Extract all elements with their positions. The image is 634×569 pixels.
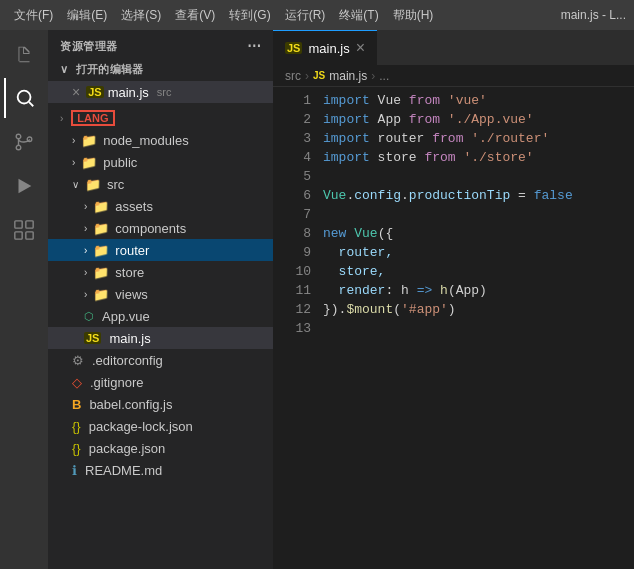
code-line: import Vue from 'vue' [323, 91, 634, 110]
folder-store[interactable]: › 📁 store [48, 261, 273, 283]
lang-badge: LANG [71, 110, 114, 126]
folder-name: views [115, 287, 148, 302]
folder-name: src [107, 177, 124, 192]
main-layout: 资源管理器 ⋯ ∨ 打开的编辑器 × JS main.js src › LANG [0, 30, 634, 569]
svg-rect-7 [26, 221, 33, 228]
file-gitignore[interactable]: ◇ .gitignore [48, 371, 273, 393]
menu-item[interactable]: 文件(F) [8, 5, 59, 26]
folder-node_modules[interactable]: › 📁 node_modules [48, 129, 273, 151]
folder-name: assets [115, 199, 153, 214]
activity-search-icon[interactable] [4, 78, 44, 118]
breadcrumb: src › JS main.js › ... [273, 65, 634, 87]
line-number: 9 [273, 243, 311, 262]
file-editorconfig[interactable]: ⚙ .editorconfig [48, 349, 273, 371]
folder-src[interactable]: ∨ 📁 src [48, 173, 273, 195]
code-line: router, [323, 243, 634, 262]
tab-label: main.js [308, 41, 349, 56]
line-number: 1 [273, 91, 311, 110]
folder-components[interactable]: › 📁 components [48, 217, 273, 239]
code-line [323, 319, 634, 338]
folder-name: node_modules [103, 133, 188, 148]
line-number: 12 [273, 300, 311, 319]
file-app-vue[interactable]: ⬡ App.vue [48, 305, 273, 327]
chevron-down-icon: ∨ [72, 179, 79, 190]
file-name: App.vue [102, 309, 150, 324]
breadcrumb-file: main.js [329, 69, 367, 83]
line-number: 5 [273, 167, 311, 186]
vue-icon: ⬡ [84, 310, 94, 323]
line-number: 2 [273, 110, 311, 129]
open-file-mainjs[interactable]: × JS main.js src [48, 81, 273, 103]
line-number: 13 [273, 319, 311, 338]
menu-item[interactable]: 终端(T) [333, 5, 384, 26]
folder-name: components [115, 221, 186, 236]
folder-router[interactable]: › 📁 router [48, 239, 273, 261]
menu-item[interactable]: 转到(G) [223, 5, 276, 26]
file-main-js[interactable]: JS main.js [48, 327, 273, 349]
chevron-right-icon: › [84, 289, 87, 300]
menu-item[interactable]: 编辑(E) [61, 5, 113, 26]
menu-item[interactable]: 运行(R) [279, 5, 332, 26]
code-line: }).$mount('#app') [323, 300, 634, 319]
js-icon: JS [86, 86, 103, 98]
svg-line-1 [29, 102, 33, 106]
file-babel-config[interactable]: B babel.config.js [48, 393, 273, 415]
activity-extensions-icon[interactable] [4, 210, 44, 250]
chevron-right-icon: › [84, 245, 87, 256]
title-bar: 文件(F)编辑(E)选择(S)查看(V)转到(G)运行(R)终端(T)帮助(H)… [0, 0, 634, 30]
line-number: 3 [273, 129, 311, 148]
file-package-json[interactable]: {} package.json [48, 437, 273, 459]
folder-views[interactable]: › 📁 views [48, 283, 273, 305]
folder-public[interactable]: › 📁 public [48, 151, 273, 173]
open-editors-section: ∨ 打开的编辑器 × JS main.js src [48, 58, 273, 103]
code-line [323, 205, 634, 224]
code-line: import store from './store' [323, 148, 634, 167]
svg-marker-5 [19, 179, 32, 194]
sidebar: 资源管理器 ⋯ ∨ 打开的编辑器 × JS main.js src › LANG [48, 30, 273, 569]
json-icon: {} [72, 441, 81, 456]
tab-js-icon: JS [285, 42, 302, 54]
breadcrumb-sep1: › [305, 69, 309, 83]
folder-assets[interactable]: › 📁 assets [48, 195, 273, 217]
folder-icon: 📁 [93, 199, 109, 214]
tab-close-button[interactable]: × [356, 40, 365, 56]
svg-point-2 [16, 145, 21, 150]
close-icon[interactable]: × [72, 84, 80, 100]
line-number: 11 [273, 281, 311, 300]
folder-icon: 📁 [81, 133, 97, 148]
sidebar-header: 资源管理器 ⋯ [48, 30, 273, 58]
file-name: main.js [109, 331, 150, 346]
activity-git-icon[interactable] [4, 122, 44, 162]
lang-badge-item[interactable]: › LANG [48, 107, 273, 129]
code-line [323, 167, 634, 186]
line-number: 8 [273, 224, 311, 243]
babel-icon: B [72, 397, 81, 412]
file-readme[interactable]: ℹ README.md [48, 459, 273, 481]
code-editor[interactable]: 12345678910111213 import Vue from 'vue'i… [273, 87, 634, 569]
code-line: render: h => h(App) [323, 281, 634, 300]
svg-rect-9 [26, 232, 33, 239]
breadcrumb-sep2: › [371, 69, 375, 83]
menu-item[interactable]: 查看(V) [169, 5, 221, 26]
menu-item[interactable]: 帮助(H) [387, 5, 440, 26]
line-number: 4 [273, 148, 311, 167]
tab-main-js[interactable]: JS main.js × [273, 30, 377, 65]
open-file-name: main.js [108, 85, 149, 100]
new-file-icon[interactable]: ⋯ [247, 38, 262, 54]
activity-explorer-icon[interactable] [4, 34, 44, 74]
activity-debug-icon[interactable] [4, 166, 44, 206]
git-icon: ◇ [72, 375, 82, 390]
file-name: package-lock.json [89, 419, 193, 434]
folder-icon: 📁 [85, 177, 101, 192]
menu-bar: 文件(F)编辑(E)选择(S)查看(V)转到(G)运行(R)终端(T)帮助(H) [8, 5, 439, 26]
code-line: new Vue({ [323, 224, 634, 243]
line-number: 6 [273, 186, 311, 205]
menu-item[interactable]: 选择(S) [115, 5, 167, 26]
activity-bar [0, 30, 48, 569]
svg-rect-8 [15, 232, 22, 239]
svg-point-3 [16, 134, 21, 139]
svg-rect-6 [15, 221, 22, 228]
file-package-lock[interactable]: {} package-lock.json [48, 415, 273, 437]
code-content: import Vue from 'vue'import App from './… [323, 91, 634, 565]
js-icon: JS [84, 332, 101, 344]
